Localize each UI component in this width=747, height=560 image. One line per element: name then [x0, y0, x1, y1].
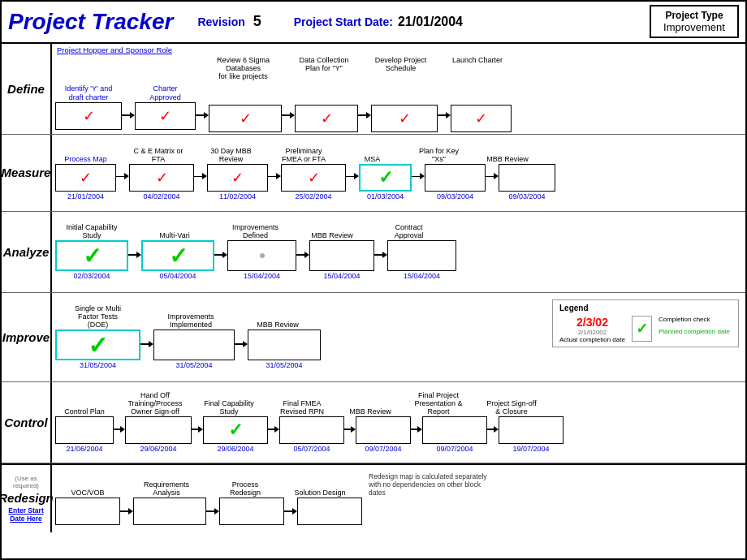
m-arr-2	[194, 173, 207, 179]
analyze-box-1[interactable]: ✓	[55, 240, 128, 271]
define-box-3[interactable]: ✓	[209, 105, 282, 132]
define-flow: Identify 'Y' anddraft charter ✓ CharterA…	[55, 82, 742, 132]
control-box-3[interactable]: ✓	[203, 416, 268, 444]
redesign-flow	[55, 498, 742, 525]
arrow-1	[122, 112, 135, 118]
enter-start-label[interactable]: Enter Start Date Here	[2, 506, 50, 523]
c-arr-6	[487, 426, 499, 433]
redesign-step-4	[297, 498, 362, 525]
control-phase-label: Control	[2, 382, 52, 463]
analyze-row: Analyze Initial CapabilityStudy Multi-Va…	[2, 212, 745, 293]
define-body: Project Hopper and Sponsor Role Review 6…	[52, 44, 745, 134]
legend-title: Legend	[559, 304, 732, 312]
revision-label: Revision	[197, 15, 244, 28]
define-step-5: ✓	[371, 82, 438, 132]
arrow-2	[196, 112, 209, 118]
analyze-box-3[interactable]	[227, 240, 296, 271]
measure-body: Process Map C & E Matrix orFTA 30 Day MB…	[52, 135, 745, 211]
r-arr-2	[206, 508, 219, 515]
control-box-5[interactable]	[356, 416, 411, 444]
control-step-2: 29/06/2004	[125, 416, 192, 453]
improve-phase-label: Improve	[2, 293, 52, 381]
measure-box-4[interactable]: ✓	[281, 164, 346, 192]
redesign-box-1[interactable]	[55, 498, 120, 525]
define-box-2[interactable]: ✓	[135, 102, 196, 130]
redesign-box-4[interactable]	[297, 498, 362, 525]
improve-box-3[interactable]	[248, 330, 321, 360]
measure-box-5[interactable]: ✓	[359, 164, 412, 192]
psd-value: 21/01/2004	[398, 15, 463, 29]
control-box-6[interactable]	[422, 416, 487, 444]
measure-step-1: ✓ 21/01/2004	[55, 164, 116, 200]
hopper-label: Project Hopper and Sponsor Role	[57, 45, 172, 54]
legend-actual-label: Actual completion date	[559, 336, 625, 343]
c-arr-5	[411, 426, 422, 433]
redesign-phase-label: (Use as required) Redesign Enter Start D…	[2, 465, 52, 532]
analyze-box-5[interactable]	[387, 240, 456, 271]
analyze-box-4[interactable]	[309, 240, 374, 271]
legend-planned-label: Planned completion date	[658, 328, 730, 335]
control-box-7[interactable]	[499, 416, 563, 444]
arrow-5	[438, 112, 451, 118]
redesign-box-2[interactable]	[133, 498, 206, 525]
analyze-step-5: 15/04/2004	[387, 240, 456, 280]
define-phase-label: Define	[2, 44, 52, 134]
control-step-4: 05/07/2004	[279, 416, 344, 453]
improve-box-2[interactable]	[153, 330, 235, 360]
control-step-3: ✓ 29/06/2004	[203, 416, 268, 453]
measure-step-7: 09/03/2004	[499, 164, 555, 200]
revision-number: 5	[253, 13, 261, 30]
a-arr-1	[128, 252, 141, 258]
control-box-1[interactable]	[55, 416, 114, 444]
m-arr-1	[116, 173, 129, 179]
measure-box-1[interactable]: ✓	[55, 164, 116, 192]
revision-info: Revision 5	[197, 13, 261, 30]
i-arr-1	[140, 341, 153, 347]
analyze-body: Initial CapabilityStudy Multi-Vari Impro…	[52, 212, 745, 292]
measure-box-6[interactable]	[425, 164, 486, 192]
define-box-4[interactable]: ✓	[295, 105, 358, 132]
legend-actual-date: 2/3/02	[576, 316, 608, 329]
i-arr-2	[235, 341, 248, 347]
define-step-3: ✓	[209, 82, 282, 132]
a-arr-3	[296, 252, 309, 258]
control-step-7: 19/07/2004	[499, 416, 563, 453]
control-box-4[interactable]	[279, 416, 344, 444]
analyze-flow: ✓ 02/03/2004 ✓ 05/04/2004	[55, 240, 742, 280]
phases-container: Define Project Hopper and Sponsor Role R…	[2, 44, 745, 558]
c-arr-3	[268, 426, 279, 433]
define-step-6: ✓	[451, 82, 512, 132]
measure-step-2: ✓ 04/02/2004	[129, 164, 194, 200]
psd-label: Project Start Date:	[294, 15, 393, 28]
analyze-phase-label: Analyze	[2, 212, 52, 292]
measure-box-2[interactable]: ✓	[129, 164, 194, 192]
a-arr-2	[214, 252, 227, 258]
redesign-body: VOC/VOB RequirementsAnalysis ProcessRede…	[52, 465, 745, 532]
m-arr-6	[486, 173, 499, 179]
header: Project Tracker Revision 5 Project Start…	[2, 2, 745, 44]
analyze-step-4: 15/04/2004	[309, 240, 374, 280]
c-arr-1	[114, 426, 125, 433]
measure-box-3[interactable]: ✓	[207, 164, 268, 192]
measure-row: Measure Process Map C & E Matrix orFTA 3…	[2, 135, 745, 212]
define-step-1: Identify 'Y' anddraft charter ✓	[55, 84, 122, 130]
define-box-1[interactable]: ✓	[55, 102, 122, 130]
project-type-box: Project Type Improvement	[650, 5, 739, 38]
analyze-box-2[interactable]: ✓	[141, 240, 214, 271]
redesign-box-3[interactable]	[219, 498, 284, 525]
measure-step-6: 09/03/2004	[425, 164, 486, 200]
improve-box-1[interactable]: ✓	[55, 330, 140, 360]
c-arr-4	[344, 426, 356, 433]
measure-phase-label: Measure	[2, 135, 52, 211]
control-box-2[interactable]	[125, 416, 192, 444]
r-arr-3	[284, 508, 297, 515]
define-box-5[interactable]: ✓	[371, 105, 438, 132]
define-step-4: ✓	[295, 82, 358, 132]
redesign-step-1	[55, 498, 120, 525]
measure-box-7[interactable]	[499, 164, 555, 192]
define-box-6[interactable]: ✓	[451, 105, 512, 132]
control-step-1: 21/06/2004	[55, 416, 114, 453]
measure-step-4: ✓ 25/02/2004	[281, 164, 346, 200]
m-arr-5	[412, 173, 425, 179]
analyze-step-3: 15/04/2004	[227, 240, 296, 280]
